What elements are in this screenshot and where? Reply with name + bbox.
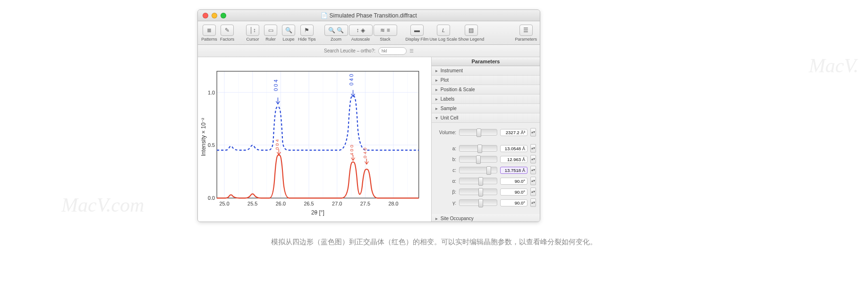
gamma-value[interactable]: 90.0° <box>500 199 528 206</box>
disclosure-right-icon: ▸ <box>435 68 439 73</box>
stepper-icon[interactable]: ▴▾ <box>530 177 536 185</box>
red-curve <box>217 155 419 198</box>
titlebar: 📄 Simulated Phase Transition.diffract <box>198 10 540 21</box>
peak-label-red-400: 4 0 0 <box>349 145 354 155</box>
section-site-occupancy[interactable]: ▸ Site Occupancy <box>432 214 540 222</box>
toolbar: ≣Patterns ✎Factors │↕Cursor ▭Ruler 🔍Loup… <box>198 21 540 45</box>
zoom-window-icon[interactable] <box>221 13 226 18</box>
zoom-button[interactable]: 🔍 🔍Zoom <box>324 25 348 42</box>
svg-text:0.5: 0.5 <box>208 142 215 148</box>
section-unit-cell[interactable]: ▾ Unit Cell <box>432 113 540 123</box>
section-instrument[interactable]: ▸ Instrument <box>432 66 540 76</box>
film-icon: ▬ <box>410 25 424 36</box>
stepper-icon[interactable]: ▴▾ <box>530 188 536 196</box>
search-bar: Search Leucite – ortho?: ☰ <box>198 45 540 57</box>
watermark-left: MacV.com <box>61 194 144 216</box>
param-label: c: <box>435 168 456 173</box>
a-slider[interactable] <box>459 145 497 152</box>
svg-text:27.5: 27.5 <box>360 201 370 206</box>
patterns-button[interactable]: ≣Patterns <box>201 25 218 42</box>
beta-slider[interactable] <box>459 188 497 195</box>
sliders-icon: ☰ <box>519 25 533 36</box>
stepper-icon[interactable]: ▴▾ <box>530 144 536 153</box>
panel-header: Parameters <box>432 57 540 66</box>
close-icon[interactable] <box>203 13 208 18</box>
param-label: a: <box>435 146 456 151</box>
diffraction-plot[interactable]: 0.0 0.5 1.0 25.025.526.026.527.027.528.0… <box>198 57 431 222</box>
param-label: Volume: <box>435 130 456 135</box>
volume-slider[interactable] <box>459 129 497 136</box>
svg-text:1.0: 1.0 <box>208 90 215 95</box>
list-icon: ≣ <box>203 25 216 36</box>
caption-text: 模拟从四边形（蓝色图）到正交晶体（红色）的相变。可以实时编辑晶胞参数，以查看峰分… <box>0 238 868 247</box>
stack-button[interactable]: ≋ ≡Stack <box>374 25 397 42</box>
gamma-slider[interactable] <box>459 199 497 206</box>
cursor-button[interactable]: │↕Cursor <box>244 25 261 42</box>
legend-button[interactable]: ▤Show Legend <box>458 25 484 42</box>
svg-text:28.0: 28.0 <box>388 201 398 206</box>
section-plot[interactable]: ▸ Plot <box>432 76 540 85</box>
traffic-lights <box>198 13 226 18</box>
disclosure-down-icon: ▾ <box>435 115 439 120</box>
section-sample[interactable]: ▸ Sample <box>432 104 540 113</box>
param-label: α: <box>435 179 456 184</box>
watermark-right: MacV. <box>809 54 859 77</box>
factors-icon: ✎ <box>221 25 234 36</box>
ruler-button[interactable]: ▭Ruler <box>262 25 279 42</box>
window-title: 📄 Simulated Phase Transition.diffract <box>198 12 540 19</box>
b-slider[interactable] <box>459 156 497 163</box>
section-position-scale[interactable]: ▸ Position & Scale <box>432 85 540 94</box>
alpha-slider[interactable] <box>459 178 497 184</box>
search-input[interactable] <box>378 47 407 55</box>
loupe-button[interactable]: 🔍Loupe <box>280 25 297 42</box>
legend-icon: ▤ <box>465 25 478 36</box>
svg-text:0.0: 0.0 <box>208 195 215 201</box>
param-label: β: <box>435 189 456 195</box>
hidetips-button[interactable]: ⚑Hide Tips <box>298 25 316 42</box>
parameters-button[interactable]: ☰Parameters <box>515 25 537 42</box>
uselog-button[interactable]: 𝘓Use Log Scale <box>430 25 458 42</box>
log-icon: 𝘓 <box>437 25 450 36</box>
beta-value[interactable]: 90.0° <box>500 188 528 196</box>
minimize-icon[interactable] <box>212 13 217 18</box>
blue-curve <box>217 96 419 150</box>
b-value[interactable]: 12.963 Å <box>500 156 528 163</box>
displayfilm-button[interactable]: ▬Display Film <box>406 25 429 42</box>
svg-text:2θ [°]: 2θ [°] <box>311 209 324 216</box>
c-value[interactable]: 13.7518 Å <box>500 167 528 174</box>
section-labels[interactable]: ▸ Labels <box>432 94 540 104</box>
search-label: Search Leucite – ortho?: <box>324 48 375 53</box>
svg-text:25.0: 25.0 <box>219 201 229 206</box>
arrow-down-icon <box>351 90 355 97</box>
stepper-icon[interactable]: ▴▾ <box>530 155 536 163</box>
flag-icon: ⚑ <box>300 25 314 36</box>
ruler-icon: ▭ <box>264 25 277 36</box>
stepper-icon[interactable]: ▴▾ <box>530 166 536 174</box>
stepper-icon[interactable]: ▴▾ <box>530 198 536 207</box>
arrow-down-icon <box>276 98 280 104</box>
plot-svg: 0.0 0.5 1.0 25.025.526.026.527.027.528.0… <box>198 57 431 222</box>
c-slider[interactable] <box>459 167 497 173</box>
unit-cell-body: Volume:2327.2 Å³▴▾ a:13.0548 Å▴▾ b:12.96… <box>432 123 540 214</box>
peak-label-blue-004: 0 0 4 <box>273 80 279 91</box>
disclosure-right-icon: ▸ <box>435 87 439 92</box>
factors-button[interactable]: ✎Factors <box>219 25 236 42</box>
alpha-value[interactable]: 90.0° <box>500 178 528 185</box>
content: 0.0 0.5 1.0 25.025.526.026.527.027.528.0… <box>198 57 540 222</box>
peak-label-red-040: 0 4 0 <box>362 147 367 158</box>
peak-label-red-004: 0 0 4 <box>274 139 280 150</box>
peak-label-blue-040: 0 4 0 <box>349 74 354 86</box>
search-menu-icon[interactable]: ☰ <box>409 48 414 53</box>
disclosure-right-icon: ▸ <box>435 216 439 221</box>
disclosure-right-icon: ▸ <box>435 96 439 102</box>
autoscale-button[interactable]: ↕ ◈Autoscale <box>349 25 373 42</box>
svg-text:Intensity × 10⁻²: Intensity × 10⁻² <box>200 118 207 156</box>
parameters-panel: Parameters ▸ Instrument ▸ Plot ▸ Positio… <box>431 57 540 222</box>
cursor-icon: │↕ <box>246 25 259 36</box>
disclosure-right-icon: ▸ <box>435 106 439 111</box>
stepper-icon[interactable]: ▴▾ <box>530 128 536 137</box>
loupe-icon: 🔍 <box>282 25 295 36</box>
volume-value[interactable]: 2327.2 Å³ <box>500 129 528 136</box>
param-label: b: <box>435 157 456 162</box>
a-value[interactable]: 13.0548 Å <box>500 145 528 152</box>
